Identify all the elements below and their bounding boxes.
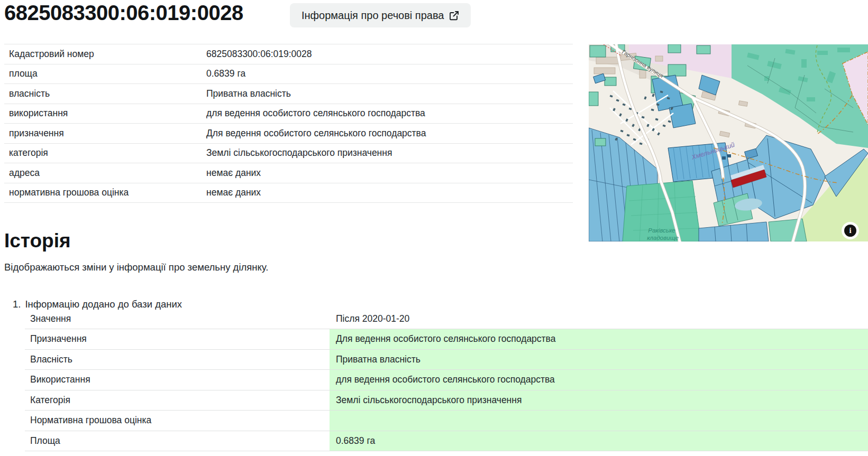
- history-row-label: Нормативна грошова оцінка: [25, 411, 330, 431]
- history-entry-text: Інформацію додано до бази даних: [25, 299, 182, 310]
- history-row-value: для ведення особистого селянського госпо…: [330, 370, 868, 390]
- cadastral-number-title: 6825083300:06:019:0028: [4, 1, 243, 25]
- history-row-value: Для ведення особистого селянського госпо…: [330, 329, 868, 349]
- history-row-value: [330, 411, 868, 431]
- history-header-label: Значення: [25, 309, 330, 329]
- table-row: власність Приватна власність: [4, 83, 573, 104]
- row-value: немає даних: [206, 187, 573, 198]
- table-row: Кадастровий номер 6825083300:06:019:0028: [4, 44, 573, 64]
- history-entry-title: 1. Інформацію додано до бази даних: [13, 299, 182, 310]
- property-rights-button-label: Інформація про речові права: [301, 10, 444, 22]
- row-value: Землі сільськогосподарського призначення: [206, 147, 573, 159]
- history-row-value: Землі сільськогосподарського призначення: [330, 390, 868, 411]
- row-label: призначення: [4, 128, 206, 139]
- cemetery-label-line2: кладовище: [647, 235, 679, 241]
- history-row: Використання для ведення особистого селя…: [25, 369, 868, 390]
- history-row-label: Площа: [25, 431, 330, 451]
- history-row: Призначення Для ведення особистого селян…: [25, 329, 868, 349]
- history-entry-marker: 1.: [13, 299, 21, 310]
- history-heading: Історія: [4, 229, 71, 253]
- table-row: використання для ведення особистого селя…: [4, 104, 573, 124]
- table-row: категорія Землі сільськогосподарського п…: [4, 143, 573, 163]
- history-row: Площа 0.6839 га: [25, 431, 868, 452]
- row-value: Для ведення особистого селянського госпо…: [206, 128, 573, 139]
- cemetery-label-line1: Раківське: [648, 227, 675, 234]
- history-row-label: Використання: [25, 370, 330, 390]
- history-description: Відображаються зміни у інформації про зе…: [4, 262, 268, 273]
- table-row: нормативна грошова оцінка немає даних: [4, 183, 573, 203]
- property-rights-button[interactable]: Інформація про речові права: [290, 3, 471, 27]
- row-label: адреса: [4, 167, 206, 179]
- history-row: Категорія Землі сільськогосподарського п…: [25, 390, 868, 411]
- parcel-info-table: Кадастровий номер 6825083300:06:019:0028…: [4, 44, 573, 203]
- history-row-label: Власність: [25, 350, 330, 370]
- row-label: категорія: [4, 147, 206, 159]
- map-canvas: Гарнізонна вулиця Хмельницький Раківське…: [589, 44, 868, 241]
- history-table: Значення Після 2020-01-20 Призначення Дл…: [25, 309, 868, 451]
- cadastral-parcel-page: { "header": { "title": "6825083300:06:01…: [0, 0, 868, 456]
- map-info-button[interactable]: i: [844, 225, 856, 237]
- table-row: призначення Для ведення особистого селян…: [4, 123, 573, 143]
- history-row: Власність Приватна власність: [25, 349, 868, 370]
- history-row-value: Приватна власність: [330, 350, 868, 370]
- row-value: немає даних: [206, 167, 573, 179]
- history-header-value: Після 2020-01-20: [330, 309, 868, 329]
- row-label: Кадастровий номер: [4, 49, 206, 60]
- table-row: площа 0.6839 га: [4, 64, 573, 84]
- history-row-label: Призначення: [25, 329, 330, 349]
- row-label: нормативна грошова оцінка: [4, 187, 206, 198]
- row-label: площа: [4, 68, 206, 79]
- history-row-value: 0.6839 га: [330, 431, 868, 451]
- table-row: адреса немає даних: [4, 163, 573, 183]
- row-value: Приватна власність: [206, 88, 573, 99]
- row-value: 0.6839 га: [206, 68, 573, 79]
- external-link-icon: [449, 11, 459, 21]
- row-value: 6825083300:06:019:0028: [206, 49, 573, 60]
- row-value: для ведення особистого селянського госпо…: [206, 108, 573, 119]
- row-label: використання: [4, 108, 206, 119]
- row-label: власність: [4, 88, 206, 99]
- history-row: Нормативна грошова оцінка: [25, 410, 868, 431]
- cadastral-map[interactable]: Гарнізонна вулиця Хмельницький Раківське…: [589, 44, 868, 241]
- history-row-label: Категорія: [25, 390, 330, 411]
- history-header-row: Значення Після 2020-01-20: [25, 309, 868, 329]
